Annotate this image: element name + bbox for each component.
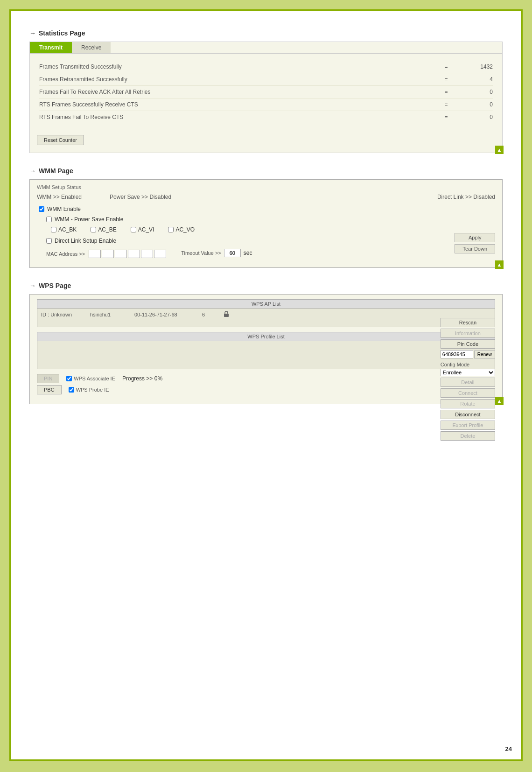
wps-ap-list: WPS AP List ID : Unknown hsinchu1 00-11-… <box>37 299 495 327</box>
information-button[interactable]: Information <box>441 329 495 338</box>
wps-container: WPS AP List ID : Unknown hsinchu1 00-11-… <box>29 294 503 404</box>
power-save-checkbox[interactable] <box>46 217 52 222</box>
disconnect-button[interactable]: Disconnect <box>441 410 495 419</box>
statistics-section-title: → Statistics Page <box>29 29 503 37</box>
wps-probe-ie-checkbox[interactable] <box>69 387 74 393</box>
export-profile-button[interactable]: Export Profile <box>441 421 495 430</box>
wmm-buttons: Apply Tear Down <box>455 233 495 253</box>
ac-vi-item: AC_VI <box>131 226 154 233</box>
apply-button[interactable]: Apply <box>455 233 495 242</box>
timeout-label: Timeout Value >> <box>181 250 221 256</box>
stat-row-3: RTS Frames Successfully Receive CTS = 0 <box>39 98 493 111</box>
wps-probe-ie-row: WPS Probe IE <box>69 387 109 393</box>
wps-section-title: → WPS Page <box>29 282 503 289</box>
ac-bk-item: AC_BK <box>51 226 77 233</box>
ac-be-item: AC_BE <box>91 226 116 233</box>
mac-field-4[interactable] <box>128 250 140 258</box>
wps-arrow-icon: → <box>29 282 36 289</box>
wps-probe-ie-label: WPS Probe IE <box>76 387 109 393</box>
wps-associate-ie-row: WPS Associate IE <box>66 376 115 381</box>
stat-row-4: RTS Frames Fail To Receive CTS = 0 <box>39 111 493 123</box>
wmm-enable-label: WMM Enable <box>47 206 81 212</box>
arrow-icon: → <box>29 29 36 37</box>
wps-pbc-row: PBC WPS Probe IE <box>37 385 495 394</box>
wmm-group-title: WMM Setup Status <box>37 184 495 190</box>
stats-table: Frames Transmitted Successfully = 1432 F… <box>30 54 502 130</box>
wmm-enable-checkbox[interactable] <box>39 206 44 212</box>
wps-ap-name: hsinchu1 <box>90 312 127 317</box>
stats-scroll-up-button[interactable]: ▲ <box>495 146 504 154</box>
timeout-input[interactable] <box>224 249 241 257</box>
mac-field-5[interactable] <box>141 250 153 258</box>
connect-button[interactable]: Connect <box>441 388 495 398</box>
wmm-status-wmm: WMM >> Enabled <box>37 194 82 200</box>
wps-profile-list: WPS Profile List <box>37 332 495 369</box>
ac-be-label: AC_BE <box>98 226 116 233</box>
direct-link-checkbox[interactable] <box>46 238 52 244</box>
mac-field-1[interactable] <box>89 250 101 258</box>
mac-field-2[interactable] <box>102 250 114 258</box>
wps-associate-ie-label: WPS Associate IE <box>74 376 115 381</box>
direct-link-label: Direct Link Setup Enable <box>55 238 116 244</box>
delete-button[interactable]: Delete <box>441 431 495 441</box>
wmm-scroll-up-button[interactable]: ▲ <box>495 260 504 269</box>
wps-ap-list-header: WPS AP List <box>37 300 495 309</box>
mac-fields <box>89 250 166 258</box>
wmm-section: WMM Setup Status WMM >> Enabled Power Sa… <box>29 179 503 268</box>
rescan-button[interactable]: Rescan <box>441 318 495 327</box>
stat-row-0: Frames Transmitted Successfully = 1432 <box>39 61 493 73</box>
wps-pin-input[interactable] <box>441 350 473 358</box>
wps-ap-id: ID : Unknown <box>41 312 83 317</box>
wps-associate-ie-checkbox[interactable] <box>66 376 72 381</box>
mac-address-label: MAC Address >> <box>46 251 85 257</box>
wps-pin-row: Renew <box>441 350 495 358</box>
config-mode-select[interactable]: Enrollee Registrar <box>441 369 495 376</box>
ac-vi-label: AC_VI <box>138 226 154 233</box>
ac-be-checkbox[interactable] <box>91 227 96 232</box>
stats-tabs: Transmit Receive <box>30 42 502 54</box>
mac-field-3[interactable] <box>115 250 127 258</box>
mac-field-6[interactable] <box>154 250 166 258</box>
pin-code-button[interactable]: Pin Code <box>441 339 495 349</box>
wps-bottom-row: PIN WPS Associate IE Progress >> 0% <box>37 374 495 383</box>
wps-profile-list-header: WPS Profile List <box>37 332 495 341</box>
reset-counter-button[interactable]: Reset Counter <box>37 135 84 145</box>
ac-row: AC_BK AC_BE AC_VI AC_VO <box>51 226 495 233</box>
statistics-container: Transmit Receive Frames Transmitted Succ… <box>29 42 503 153</box>
pbc-button[interactable]: PBC <box>37 385 62 394</box>
wps-ap-channel: 6 <box>202 312 216 317</box>
tab-transmit[interactable]: Transmit <box>30 42 72 53</box>
direct-link-row: Direct Link Setup Enable <box>46 238 495 244</box>
wps-ap-lock-icon <box>223 311 232 318</box>
tab-receive[interactable]: Receive <box>72 42 111 53</box>
stat-row-2: Frames Fail To Receive ACK After All Ret… <box>39 86 493 98</box>
detail-button[interactable]: Detail <box>441 378 495 387</box>
power-save-row: WMM - Power Save Enable <box>46 216 495 223</box>
ac-vi-checkbox[interactable] <box>131 227 136 232</box>
ac-vo-label: AC_VO <box>175 226 195 233</box>
wmm-section-title: → WMM Page <box>29 167 503 175</box>
ac-vo-checkbox[interactable] <box>168 227 174 232</box>
ac-bk-label: AC_BK <box>58 226 77 233</box>
timeout-row: Timeout Value >> sec <box>181 249 252 257</box>
config-mode-label: Config Mode <box>441 362 495 367</box>
wmm-status-direct-link: Direct Link >> Disabled <box>437 194 495 200</box>
wmm-container: WMM Setup Status WMM >> Enabled Power Sa… <box>29 179 503 268</box>
wmm-enable-row: WMM Enable <box>39 206 495 212</box>
page-number: 24 <box>505 745 512 752</box>
svg-rect-0 <box>224 314 229 317</box>
wps-ap-mac: 00-11-26-71-27-68 <box>134 312 195 317</box>
statistics-section: Transmit Receive Frames Transmitted Succ… <box>29 42 503 153</box>
tear-down-button[interactable]: Tear Down <box>455 244 495 253</box>
wmm-status-power-save: Power Save >> Disabled <box>110 194 171 200</box>
pin-button[interactable]: PIN <box>37 374 59 383</box>
wps-section: WPS AP List ID : Unknown hsinchu1 00-11-… <box>29 294 503 404</box>
wmm-status-bar: WMM >> Enabled Power Save >> Disabled Di… <box>37 194 495 200</box>
renew-button[interactable]: Renew <box>474 351 495 358</box>
wps-scroll-up-button[interactable]: ▲ <box>495 397 504 405</box>
ac-bk-checkbox[interactable] <box>51 227 56 232</box>
progress-label: Progress >> 0% <box>122 375 162 382</box>
wps-ap-row: ID : Unknown hsinchu1 00-11-26-71-27-68 … <box>37 309 495 321</box>
timeout-unit: sec <box>244 250 252 256</box>
rotate-button[interactable]: Rotate <box>441 399 495 408</box>
